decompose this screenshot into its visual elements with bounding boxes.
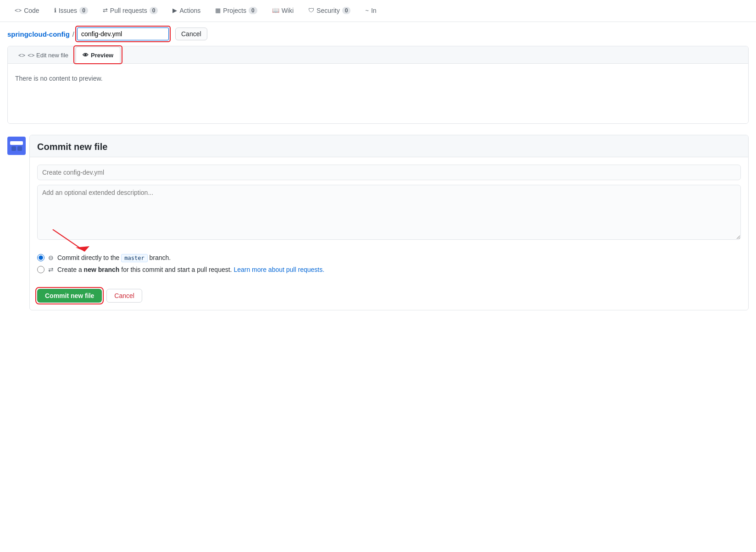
- breadcrumb-separator: /: [72, 30, 74, 38]
- nav-label-actions: Actions: [179, 7, 200, 14]
- repo-breadcrumb-link[interactable]: springcloud-config: [7, 30, 70, 38]
- insights-icon: ~: [365, 7, 369, 14]
- radio-option-direct: ⊖ Commit directly to the master branch.: [37, 254, 741, 261]
- commit-section: Commit new file ⊖ Commit directly to the…: [0, 135, 756, 310]
- issues-badge: 0: [79, 7, 88, 14]
- nav-item-security[interactable]: 🛡 Security 0: [301, 0, 358, 22]
- commit-cancel-button[interactable]: Cancel: [106, 289, 142, 303]
- pullrequest-icon: ⇄: [103, 7, 108, 14]
- radio-direct-input[interactable]: [37, 254, 44, 261]
- code-icon: <>: [15, 7, 22, 14]
- nav-item-pullrequests[interactable]: ⇄ Pull requests 0: [95, 0, 166, 22]
- radio-newbranch-bold: new branch: [84, 266, 120, 273]
- actions-icon: ▶: [172, 7, 177, 14]
- avatar-image: [7, 137, 26, 155]
- commit-form-body: [30, 157, 748, 248]
- commit-message-input[interactable]: [37, 165, 741, 180]
- projects-badge: 0: [249, 7, 257, 14]
- commit-form-wrapper: Commit new file ⊖ Commit directly to the…: [29, 135, 749, 310]
- radio-direct-label[interactable]: Commit directly to the master branch.: [57, 254, 171, 261]
- nav-label-code: Code: [24, 7, 39, 14]
- commit-icon: ⊖: [48, 254, 54, 261]
- nav-item-wiki[interactable]: 📖 Wiki: [265, 0, 301, 22]
- commit-form-header: Commit new file: [30, 135, 748, 157]
- security-badge: 0: [342, 7, 351, 14]
- preview-tab-label: Preview: [91, 52, 113, 59]
- no-content-text: There is no content to preview.: [15, 75, 103, 82]
- top-nav: <> Code ℹ Issues 0 ⇄ Pull requests 0 ▶ A…: [0, 0, 756, 22]
- breadcrumb-row: springcloud-config / Cancel: [0, 22, 756, 46]
- security-icon: 🛡: [308, 7, 314, 14]
- nav-label-projects: Projects: [223, 7, 246, 14]
- commit-avatar: [7, 135, 29, 310]
- editor-container: <> <> Edit new file 👁 Preview There is n…: [7, 46, 749, 124]
- editor-content: There is no content to preview.: [8, 64, 748, 123]
- radio-newbranch-prefix: Create a: [57, 266, 82, 273]
- tab-edit[interactable]: <> <> Edit new file: [11, 47, 75, 63]
- issues-icon: ℹ: [54, 7, 56, 14]
- radio-newbranch-label[interactable]: Create a new branch for this commit and …: [57, 266, 324, 273]
- nav-item-insights[interactable]: ~ In: [358, 0, 384, 22]
- wiki-icon: 📖: [272, 7, 279, 14]
- pullrequests-badge: 0: [150, 7, 158, 14]
- avatar-dot-left: [11, 146, 16, 151]
- filename-input-wrapper: [77, 28, 169, 40]
- nav-item-actions[interactable]: ▶ Actions: [165, 0, 208, 22]
- nav-item-code[interactable]: <> Code: [7, 0, 47, 22]
- radio-options: ⊖ Commit directly to the master branch. …: [30, 248, 748, 285]
- avatar-bar-top: [10, 141, 23, 145]
- nav-label-issues: Issues: [59, 7, 77, 14]
- preview-tab-wrapper: 👁 Preview: [75, 46, 121, 63]
- tab-preview[interactable]: 👁 Preview: [75, 46, 121, 64]
- commit-section-title: Commit new file: [37, 142, 741, 152]
- branch-badge: master: [121, 254, 147, 262]
- commit-actions: Commit new file Cancel: [30, 285, 748, 310]
- commit-description-textarea[interactable]: [37, 185, 741, 240]
- page-wrapper: <> Code ℹ Issues 0 ⇄ Pull requests 0 ▶ A…: [0, 0, 756, 310]
- radio-newbranch-middle: for this commit and start a pull request…: [121, 266, 232, 273]
- edit-tab-label: <> Edit new file: [28, 52, 68, 59]
- nav-label-pullrequests: Pull requests: [110, 7, 147, 14]
- radio-newbranch-input[interactable]: [37, 266, 44, 273]
- branch-icon: ⇄: [48, 266, 54, 273]
- projects-icon: ▦: [215, 7, 221, 14]
- nav-label-wiki: Wiki: [282, 7, 294, 14]
- preview-eye-icon: 👁: [83, 52, 89, 59]
- breadcrumb-cancel-button[interactable]: Cancel: [175, 28, 207, 40]
- learn-more-link[interactable]: Learn more about pull requests.: [233, 266, 324, 273]
- nav-label-security: Security: [317, 7, 340, 14]
- nav-item-issues[interactable]: ℹ Issues 0: [47, 0, 95, 22]
- avatar-dots: [11, 146, 22, 151]
- radio-option-newbranch: ⇄ Create a new branch for this commit an…: [37, 266, 741, 273]
- commit-new-file-button[interactable]: Commit new file: [37, 289, 102, 303]
- radio-direct-prefix: Commit directly to the: [57, 254, 119, 261]
- commit-button-wrapper: Commit new file: [37, 289, 102, 303]
- nav-label-insights: In: [371, 7, 377, 14]
- editor-tabs: <> <> Edit new file 👁 Preview: [8, 46, 748, 64]
- edit-code-icon: <>: [18, 52, 25, 59]
- avatar-dot-right: [17, 146, 22, 151]
- radio-direct-suffix: branch.: [150, 254, 171, 261]
- nav-item-projects[interactable]: ▦ Projects 0: [208, 0, 264, 22]
- filename-input[interactable]: [77, 28, 169, 40]
